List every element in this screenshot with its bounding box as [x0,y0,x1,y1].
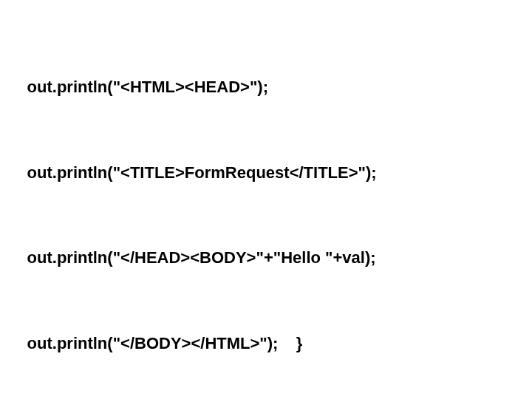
code-line: out.println("</BODY></HTML>"); } [4,330,528,358]
code-block: out.println("<HTML><HEAD>"); out.println… [0,0,532,399]
code-line: out.println("</HEAD><BODY>"+"Hello "+val… [4,244,528,273]
code-line: out.println("<TITLE>FormRequest</TITLE>"… [4,159,528,188]
code-line: out.println("<HTML><HEAD>"); [4,73,528,102]
